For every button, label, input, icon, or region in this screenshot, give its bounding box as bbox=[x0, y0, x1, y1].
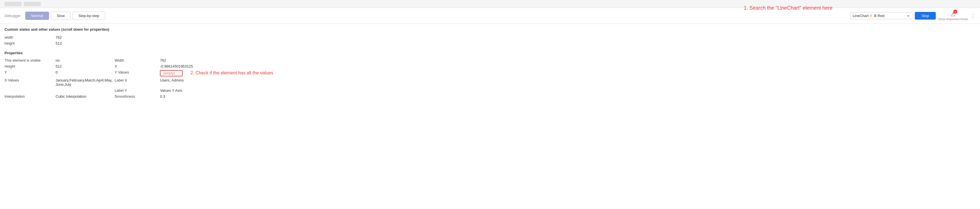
prop-val-x: -0.98614501953125 bbox=[160, 63, 975, 69]
table-row: Label Y Values Y Axis bbox=[5, 88, 975, 93]
table-row: Interpolation Cubic Interpolation Smooth… bbox=[5, 93, 975, 99]
prop-key-yvalues: Y Values bbox=[115, 69, 160, 77]
warning-count-badge: 3 bbox=[953, 10, 957, 14]
element-selector-text: LineChart⚡ B Red bbox=[853, 14, 906, 18]
instruction-1-text: 1. Search the "LineChart" element here bbox=[744, 5, 832, 11]
empty-col3 bbox=[112, 40, 158, 46]
slow-button[interactable]: Slow bbox=[51, 12, 71, 20]
empty-col4 bbox=[158, 34, 975, 40]
prop-val-width: 762 bbox=[160, 57, 975, 63]
prop-val-yvalues-cell: (empty) 2. Check if the element has all … bbox=[160, 69, 975, 77]
table-row: Height 512 X -0.98614501953125 bbox=[5, 63, 975, 69]
speed-btn-group: Normal Slow Step-by-step bbox=[25, 12, 105, 20]
element-selector-container[interactable]: LineChart⚡ B Red ▼ bbox=[850, 12, 913, 19]
chevron-down-icon: ▼ bbox=[907, 14, 910, 18]
prop-val-interp: Cubic Interpolation bbox=[56, 93, 115, 99]
prop-val-y: 0 bbox=[56, 69, 115, 77]
height-value: 512 bbox=[56, 40, 112, 46]
prop-key-x: X bbox=[115, 63, 160, 69]
height-key: height bbox=[5, 40, 56, 46]
table-row: Y 0 Y Values (empty) 2. Check if the ele… bbox=[5, 69, 975, 77]
prop-key-interp: Interpolation bbox=[5, 93, 56, 99]
decoration-box-1 bbox=[5, 2, 22, 6]
more-options-icon[interactable]: ⋮ bbox=[970, 13, 975, 19]
empty-col4 bbox=[158, 40, 975, 46]
step-by-step-button[interactable]: Step-by-step bbox=[72, 12, 105, 20]
prop-val-smooth: 0.3 bbox=[160, 93, 975, 99]
decoration-box-2 bbox=[24, 2, 41, 6]
instruction-2-text: 2. Check if the element has all the valu… bbox=[191, 70, 274, 75]
prop-val-empty1 bbox=[56, 88, 115, 93]
table-row: X Values January,February,March,April,Ma… bbox=[5, 77, 975, 88]
warning-button-wrapper[interactable]: ⚠ 3 bbox=[950, 11, 956, 18]
debugger-label: Debugger bbox=[5, 14, 21, 18]
show-responsive-label: Show responsive boxes bbox=[938, 18, 968, 21]
top-decoration-bar bbox=[0, 0, 980, 8]
custom-states-header: Custom states and other values (scroll d… bbox=[5, 27, 975, 32]
prop-val-xvalues: January,February,March,April,May, June,J… bbox=[56, 77, 115, 88]
normal-button[interactable]: Normal bbox=[25, 12, 49, 20]
prop-key-height: Height bbox=[5, 63, 56, 69]
width-key: width bbox=[5, 34, 56, 40]
custom-states-table: width 762 height 512 bbox=[5, 34, 975, 46]
prop-key-visible: This element is visible bbox=[5, 57, 56, 63]
main-content: Custom states and other values (scroll d… bbox=[0, 24, 980, 107]
empty-col3 bbox=[112, 34, 158, 40]
prop-val-labelx: Users, Admins bbox=[160, 77, 975, 88]
prop-key-labelx: Label X bbox=[115, 77, 160, 88]
properties-title: Properties bbox=[5, 51, 975, 55]
prop-key-width: Width bbox=[115, 57, 160, 63]
stop-button[interactable]: Stop bbox=[915, 12, 936, 19]
prop-val-visible: no bbox=[56, 57, 115, 63]
right-controls: LineChart⚡ B Red ▼ Stop ⚠ 3 Show respons… bbox=[850, 11, 975, 21]
prop-val-labely: Values Y Axis bbox=[160, 88, 975, 93]
width-value: 762 bbox=[56, 34, 112, 40]
empty-badge: (empty) bbox=[160, 70, 183, 77]
prop-key-empty1 bbox=[5, 88, 56, 93]
prop-key-smooth: Smoothness bbox=[115, 93, 160, 99]
table-row: width 762 bbox=[5, 34, 975, 40]
table-row: This element is visible no Width 762 bbox=[5, 57, 975, 63]
prop-val-height: 512 bbox=[56, 63, 115, 69]
prop-key-xvalues: X Values bbox=[5, 77, 56, 88]
prop-key-y: Y bbox=[5, 69, 56, 77]
properties-table: This element is visible no Width 762 Hei… bbox=[5, 57, 975, 99]
prop-key-labely: Label Y bbox=[115, 88, 160, 93]
table-row: height 512 bbox=[5, 40, 975, 46]
toolbar: Debugger Normal Slow Step-by-step LineCh… bbox=[0, 8, 980, 24]
